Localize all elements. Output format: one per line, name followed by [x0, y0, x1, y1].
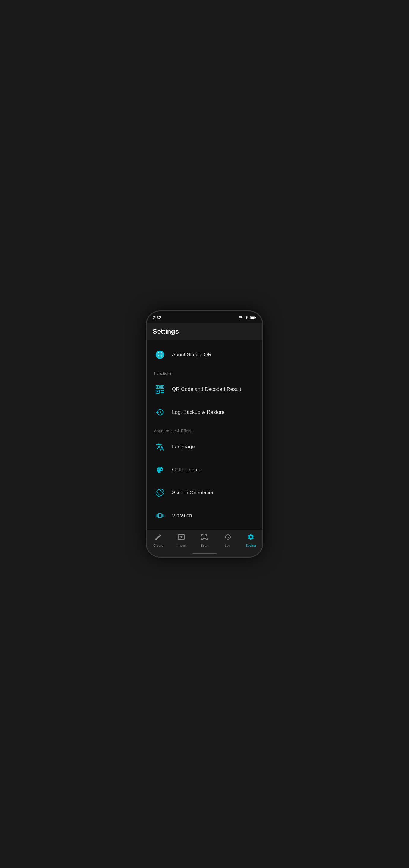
svg-rect-2 — [250, 317, 255, 318]
nav-item-log[interactable]: Log — [216, 531, 239, 550]
svg-point-3 — [156, 350, 164, 359]
scan-nav-label: Scan — [201, 544, 208, 547]
section-functions: Functions — [147, 366, 262, 378]
svg-rect-20 — [161, 390, 162, 391]
settings-item-language[interactable]: Language — [147, 435, 262, 458]
import-nav-icon — [178, 533, 185, 542]
setting-nav-icon — [247, 533, 254, 542]
settings-item-log-backup[interactable]: Log, Backup & Restore — [147, 401, 262, 424]
settings-item-qr-code[interactable]: QR Code and Decoded Result — [147, 378, 262, 401]
svg-rect-9 — [158, 356, 159, 357]
svg-rect-12 — [161, 356, 162, 358]
settings-item-screen-orientation[interactable]: Screen Orientation — [147, 481, 262, 504]
signal-icon — [244, 316, 249, 319]
create-nav-icon — [155, 533, 162, 542]
log-backup-label: Log, Backup & Restore — [172, 409, 225, 415]
svg-rect-19 — [157, 391, 159, 393]
status-time: 7:32 — [153, 315, 161, 320]
status-bar: 7:32 — [147, 311, 262, 323]
svg-rect-10 — [161, 355, 162, 356]
vibration-label: Vibration — [172, 513, 192, 519]
svg-rect-22 — [161, 392, 164, 393]
svg-rect-5 — [158, 353, 159, 354]
page-title: Settings — [153, 328, 179, 336]
log-nav-label: Log — [225, 544, 230, 547]
nav-item-scan[interactable]: Scan — [193, 531, 216, 550]
setting-nav-label: Setting — [245, 544, 256, 547]
nav-item-setting[interactable]: Setting — [239, 531, 262, 550]
wifi-icon — [238, 316, 243, 319]
settings-item-vibration[interactable]: Vibration — [147, 504, 262, 527]
log-backup-icon — [154, 406, 166, 418]
screen-orientation-label: Screen Orientation — [172, 490, 215, 496]
settings-item-color-theme[interactable]: Color Theme — [147, 458, 262, 481]
language-label: Language — [172, 444, 195, 450]
settings-item-about[interactable]: About Simple QR — [147, 343, 262, 366]
qr-decoded-label: QR Code and Decoded Result — [172, 386, 241, 393]
svg-rect-7 — [161, 353, 162, 354]
create-nav-label: Create — [153, 544, 163, 547]
svg-rect-15 — [157, 386, 159, 388]
battery-icon — [250, 316, 256, 319]
color-theme-icon — [154, 464, 166, 476]
language-icon — [154, 441, 166, 453]
section-appearance: Appearance & Effects — [147, 424, 262, 435]
import-nav-label: Import — [177, 544, 186, 547]
home-bar — [193, 553, 216, 554]
log-nav-icon — [224, 533, 231, 542]
app-header: Settings — [147, 323, 262, 340]
svg-rect-13 — [162, 356, 163, 358]
nav-item-import[interactable]: Import — [170, 531, 193, 550]
settings-list[interactable]: About Simple QR Functions — [147, 340, 262, 530]
svg-rect-21 — [162, 390, 164, 391]
phone-screen: Settings — [147, 323, 262, 557]
status-icons — [238, 316, 256, 319]
qr-decoded-icon — [154, 383, 166, 396]
side-button — [262, 372, 263, 390]
home-indicator — [147, 551, 262, 557]
svg-rect-11 — [162, 355, 163, 356]
svg-rect-1 — [255, 317, 256, 318]
about-qr-icon — [154, 349, 166, 361]
nav-item-create[interactable]: Create — [147, 531, 170, 550]
svg-rect-17 — [162, 386, 163, 388]
scan-nav-icon — [201, 533, 208, 542]
screen-orientation-icon — [154, 487, 166, 499]
phone-frame: 7:32 Settings — [146, 310, 263, 558]
bottom-nav: Create Import Scan — [147, 530, 262, 551]
about-label: About Simple QR — [172, 352, 211, 358]
vibration-icon — [154, 510, 166, 522]
color-theme-label: Color Theme — [172, 467, 202, 473]
